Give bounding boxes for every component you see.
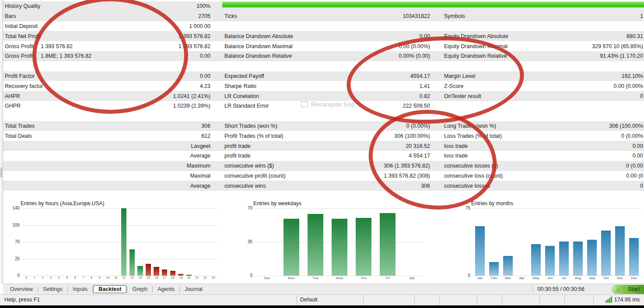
stats-row: Maximum consecutive wins ($) 306 (1 393 …: [3, 161, 644, 171]
stat-value: 192.10%: [622, 73, 644, 79]
stats-row: Lavgeet profit trade 20 316.52 loss trad…: [3, 141, 644, 151]
start-button[interactable]: Start: [612, 285, 644, 294]
stat-label: profit trade: [224, 143, 251, 149]
statusbar-divider: [564, 295, 565, 305]
tab-divider: [179, 287, 180, 292]
stat-label: Total Trades: [5, 123, 35, 129]
stats-cell-left: AHPR 1.0241 (2.41%): [3, 93, 211, 99]
x-tick-label: 13: [128, 276, 136, 279]
chart-bar: [121, 208, 126, 276]
stats-cell-left: Gross Profit 1 393 576.82 1 393 576.82: [3, 43, 211, 49]
stat-value: 0.00: [200, 53, 211, 59]
watermark-label: Rectangular Snip: [311, 101, 355, 108]
stat-value: 0.00: [420, 33, 431, 39]
stat-value: 0.00 (0.00%: [614, 83, 644, 89]
left-splitter[interactable]: [0, 0, 3, 284]
chart-bar: [601, 231, 610, 276]
stat-value: 0.00: [200, 73, 211, 79]
stat-label: Z-Score: [444, 83, 463, 89]
x-tick-label: Feb: [487, 276, 501, 280]
stat-value: 612: [201, 133, 211, 139]
x-tick-label: 8: [88, 276, 96, 279]
stat-value: 0: [640, 183, 644, 189]
statusbar-divider: [439, 295, 440, 305]
charts-panel: Entries by hours (Asia,Europe,USA) 14010…: [3, 198, 641, 284]
stats-row: Average consecutive wins 306 consecutive…: [3, 181, 644, 191]
chart-x-labels: 01234567891011121314151617181920212223: [22, 276, 217, 279]
stats-cell-left: Initial Deposit 1 000.00: [3, 23, 211, 29]
stats-cell-left: Average: [3, 153, 211, 159]
stat-label: Profit Trades (% of total): [224, 133, 284, 139]
splitter-handle[interactable]: [0, 168, 2, 177]
stat-value: 0 (0.00: [626, 163, 644, 169]
tab-overview[interactable]: Overview: [6, 285, 37, 293]
start-leaf-icon: [612, 285, 620, 293]
tab-backtest[interactable]: Backtest: [93, 285, 126, 293]
status-profile[interactable]: Default: [300, 297, 318, 303]
stat-value: 306: [201, 123, 211, 129]
tab-agents[interactable]: Agents: [153, 285, 179, 293]
chart-entries-by-hours: Entries by hours (Asia,Europe,USA) 14010…: [7, 198, 221, 284]
x-tick-label: Nov: [613, 276, 627, 280]
status-help-text: Help, press F1: [4, 297, 40, 303]
stat-label: Recovery factor: [5, 83, 43, 89]
stat-value: 103431822: [402, 13, 431, 19]
stats-cell-middle: Balance Drandown Relative 0.00% (0.00): [211, 53, 431, 59]
x-tick-label: 7: [79, 276, 88, 279]
tab-list: OverviewSettingsInputsBacktestGrephAgent…: [6, 285, 207, 293]
tab-journal[interactable]: Journal: [180, 285, 207, 293]
stats-row: Gross Profit 1.8ME; 1 393 576.82 0.00 Ba…: [3, 51, 644, 61]
x-tick-label: Thu: [352, 276, 376, 280]
stats-cell-left: Profit Factor 0.00: [3, 73, 211, 79]
stats-row: Recovery factor 4.23 Sharpe Ratio 1.41 Z…: [3, 81, 644, 91]
stats-row: Average profit trade 4 554.17 loss trade…: [3, 151, 644, 161]
chart-title: Entries by weekdays: [253, 198, 427, 208]
x-tick-label: 20: [185, 276, 193, 279]
stat-label: Balance Drandown Maximal: [224, 43, 293, 49]
stat-value: 1 393 576.82: [178, 43, 211, 49]
stat-label: Total Deals: [5, 133, 32, 139]
stat-label: consecutive losses ($): [444, 163, 498, 169]
chart-bar: [559, 242, 568, 276]
stats-cell-left: History Quality 100%: [3, 3, 211, 9]
stat-label: Profit Factor: [5, 73, 35, 79]
stat-label: consecutive loss (count): [444, 173, 503, 179]
stat-label: Equity Drandown Absolute: [444, 33, 508, 39]
stat-label: Equity Drandown Maximal: [444, 43, 508, 49]
chart-bar: [308, 214, 323, 276]
stat-value: 306 (100.00%: [609, 123, 644, 129]
x-tick-label: 1: [31, 276, 39, 279]
stat-value: 0.00: [633, 153, 644, 159]
x-tick-label: 19: [177, 276, 185, 279]
tab-settings[interactable]: Settings: [38, 285, 67, 293]
chart-bar: [137, 266, 143, 276]
stat-value: 1.0239 (2.39%): [173, 103, 211, 109]
stats-cell-right: Long Trades (won %) 306 (100.00%: [431, 123, 644, 129]
stats-cell-left: Lavgeet: [3, 143, 211, 149]
stat-label: Equity Drandown Relative: [444, 53, 507, 59]
stats-cell-right: loss trade 0.00: [431, 143, 644, 149]
stats-cell-right: Margin Lexel 192.10%: [431, 73, 644, 79]
stats-row: [3, 111, 644, 121]
stat-note: 1.8ME; 1 393 576.82: [41, 53, 91, 59]
stat-value: 880.31: [626, 33, 644, 39]
statusbar-divider: [539, 295, 540, 305]
tab-bar-right: 00:30:55 / 00:30:56 Start: [532, 285, 644, 294]
chart-bar: [284, 219, 299, 276]
x-tick-label: Wed: [327, 276, 351, 280]
stat-label: consecutive profit (count): [224, 173, 286, 179]
stats-row: Bars 2705 Ticks 103431822 Symbols 1: [3, 11, 644, 21]
chart-bar: [332, 219, 347, 276]
stat-value: 1: [640, 13, 644, 19]
stats-cell-left: Total Net Profit 1 393 576.82: [3, 33, 211, 39]
tab-inputs[interactable]: Inputs: [68, 285, 92, 293]
stat-label: profit trade: [224, 153, 251, 159]
x-tick-label: 16: [152, 276, 161, 279]
stats-cell-middle: profit trade 20 316.52: [211, 143, 431, 149]
x-tick-label: 9: [95, 276, 104, 279]
chart-bar: [629, 238, 638, 276]
tab-greph[interactable]: Greph: [128, 285, 152, 293]
stats-row: AHPR 1.0241 (2.41%) LR Conelation 0.82 O…: [3, 91, 644, 101]
stats-table: History Quality 100% Bars 2705 Ticks 103…: [3, 0, 644, 191]
x-tick-label: 12: [120, 276, 128, 279]
